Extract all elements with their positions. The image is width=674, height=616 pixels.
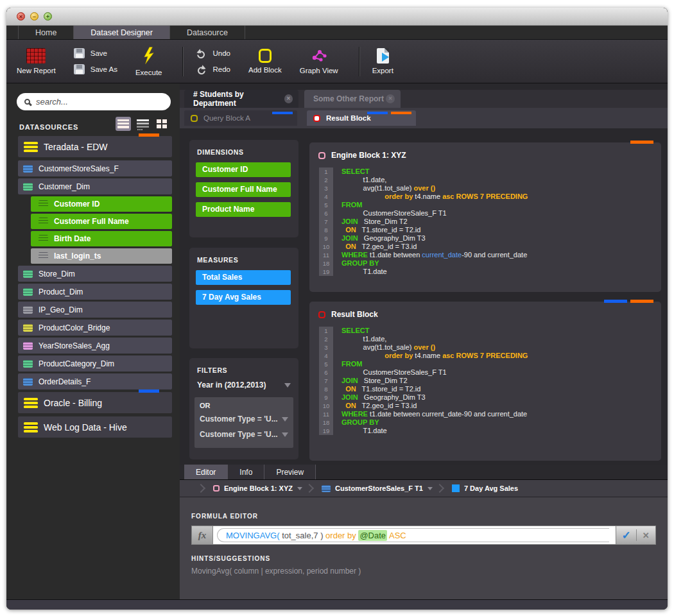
close-tab-icon[interactable]: ✕	[284, 94, 293, 103]
datasource-tree-item[interactable]: Oracle - Billing	[18, 392, 172, 413]
filter-label: Customer Type = 'U...	[200, 415, 278, 424]
datasource-label: CustomerStoreSales_F	[39, 164, 119, 173]
close-tab-icon[interactable]: ✕	[386, 94, 395, 103]
report-tab-some-other-report[interactable]: Some Other Report ✕	[304, 90, 401, 108]
hints-heading: HINTS/SUGGESTIONS	[191, 555, 668, 562]
zoom-window-icon[interactable]: +	[44, 12, 52, 21]
datasource-icon	[23, 288, 33, 296]
datasource-tree-item[interactable]: Product_Dim	[18, 284, 172, 300]
code-text: avg(t1.tot_sale) over ()	[333, 343, 435, 352]
dimension-chip[interactable]: Customer Full Name	[196, 182, 291, 197]
grid-view-button[interactable]	[154, 117, 169, 131]
detail-view-button[interactable]	[135, 117, 150, 131]
tab-filler	[316, 465, 668, 479]
execute-button[interactable]: Execute	[135, 46, 162, 76]
filter-dropdown[interactable]: Customer Type = 'U...	[200, 430, 288, 439]
code-line: 5 FROM	[319, 201, 652, 209]
code-line: 11 WHERE t1.date between current_date-90…	[319, 251, 652, 259]
formula-input[interactable]: MOVINGAVG( tot_sale,7 ) order by @Date A…	[213, 526, 616, 545]
datasource-tree-item[interactable]: ProductCategory_Dim	[18, 355, 172, 372]
datasource-tree-item[interactable]: Customer ID	[31, 196, 172, 212]
code-text: T1.date	[333, 268, 387, 276]
block-tab-label: Result Block	[326, 114, 371, 122]
new-report-button[interactable]: New Report	[17, 48, 56, 74]
filter-label: Customer Type = 'U...	[200, 430, 278, 439]
line-number: 3	[319, 343, 333, 352]
code-line: 4 order by t4.name asc ROWS 7 PRECEDING	[319, 193, 652, 201]
tab-dataset-designer[interactable]: Dataset Designer	[74, 26, 170, 39]
datasource-tree-item[interactable]: Customer Full Name	[31, 214, 172, 229]
save-button[interactable]: Save	[74, 48, 117, 58]
datasource-sidebar: DATASOURCES Teradata - EDW	[6, 83, 180, 599]
code-text: order by t4.name asc ROWS 7 PRECEDING	[333, 193, 528, 201]
block-tab-bar: Query Block A Result Block	[180, 108, 668, 128]
dimension-chip[interactable]: Customer ID	[196, 162, 291, 177]
breadcrumb-label: 7 Day Avg Sales	[464, 484, 518, 492]
measure-chip[interactable]: Total Sales	[196, 270, 291, 285]
close-window-icon[interactable]: ×	[17, 12, 25, 21]
view-toggle-group	[116, 117, 169, 131]
tab-editor[interactable]: Editor	[184, 465, 228, 479]
datasource-tree-item[interactable]: ProductColor_Bridge	[18, 320, 172, 336]
datasource-tree-item[interactable]: last_login_ts	[31, 248, 172, 264]
code-line: 6 CustomerStoreSales_F T1	[319, 368, 652, 377]
filter-dropdown[interactable]: Customer Type = 'U...	[200, 415, 288, 424]
result-block-panel[interactable]: Result Block 1 SELECT 2	[309, 302, 661, 461]
cancel-formula-button[interactable]: ✕	[637, 531, 655, 540]
confirm-formula-button[interactable]: ✓	[616, 529, 635, 542]
datasource-label: Teradata - EDW	[44, 142, 108, 152]
datasource-tree-item[interactable]: Web Log Data - Hive	[18, 416, 172, 438]
search-box	[17, 93, 171, 110]
graph-view-button[interactable]: Graph View	[300, 48, 338, 74]
or-filter-list: Customer Type = 'U... Customer Type = 'U…	[200, 415, 288, 439]
save-as-button[interactable]: Save As	[74, 64, 117, 74]
line-number: 5	[319, 360, 333, 368]
block-tab-result-block[interactable]: Result Block	[307, 110, 416, 126]
toolbar: New Report Save Save As Execute	[6, 40, 668, 83]
search-input[interactable]	[36, 97, 163, 107]
datasource-tree-item[interactable]: YearStoreSales_Agg	[18, 338, 172, 354]
tab-home[interactable]: Home	[18, 26, 74, 39]
accent-bar	[604, 300, 627, 303]
code-line: 9 JOIN Geography_Dim T3	[319, 393, 652, 402]
datasource-tree-item[interactable]: CustomerStoreSales_F	[18, 160, 172, 176]
dimension-chip[interactable]: Product Name	[196, 202, 291, 217]
datasource-tree-item[interactable]: Birth Date	[31, 231, 172, 246]
add-block-button[interactable]: Add Block	[248, 49, 282, 74]
lightning-icon	[143, 46, 155, 65]
result-block-title: Result Block	[331, 310, 378, 319]
list-view-button[interactable]	[116, 117, 131, 131]
engine-block-panel[interactable]: Engine Block 1: XYZ 1 SELECT 2	[309, 142, 661, 292]
datasource-label: Oracle - Billing	[44, 398, 102, 408]
report-tab-students-by-department[interactable]: # Students by Department ✕	[184, 90, 298, 108]
breadcrumb-item[interactable]: Engine Block 1: XYZ	[194, 484, 302, 492]
tab-info[interactable]: Info	[228, 465, 264, 479]
datasource-tree-item[interactable]: OrderDetails_F	[18, 373, 172, 389]
measure-chip[interactable]: 7 Day Avg Sales	[196, 290, 291, 305]
tab-datasource[interactable]: Datasource	[170, 26, 245, 39]
code-line: 19 T1.date	[319, 427, 652, 435]
code-line: 8 ON T1.store_id = T2.id	[319, 226, 652, 234]
datasource-tree-item[interactable]: Store_Dim	[18, 266, 172, 282]
code-text: JOIN Store_Dim T2	[333, 377, 408, 385]
row-accent-bar	[139, 389, 159, 393]
datasource-tree-item[interactable]: IP_Geo_Dim	[18, 302, 172, 318]
redo-button[interactable]: Redo	[196, 64, 230, 74]
grid-view-icon	[157, 119, 167, 128]
measures-panel: MEASURES Total Sales7 Day Avg Sales	[189, 248, 298, 348]
undo-button[interactable]: Undo	[196, 48, 230, 58]
datasource-icon	[24, 422, 38, 432]
breadcrumb-item[interactable]: 7 Day Avg Sales	[433, 484, 518, 492]
tab-preview[interactable]: Preview	[264, 465, 316, 479]
minimize-window-icon[interactable]: −	[30, 12, 39, 21]
datasource-label: last_login_ts	[54, 252, 101, 261]
block-tab-query-block-a[interactable]: Query Block A	[184, 110, 297, 126]
datasource-tree-item[interactable]: Teradata - EDW	[18, 136, 172, 157]
line-number: 5	[319, 201, 333, 209]
code-line: 1 SELECT	[319, 327, 652, 335]
breadcrumb-item[interactable]: CustomerStoreSales_F T1	[302, 484, 433, 492]
main-area: # Students by Department ✕ Some Other Re…	[180, 83, 668, 599]
export-button[interactable]: Export	[372, 48, 393, 74]
filter-year-dropdown[interactable]: Year in (2012,2013)	[197, 381, 291, 389]
datasource-tree-item[interactable]: Customer_Dim	[18, 178, 172, 194]
